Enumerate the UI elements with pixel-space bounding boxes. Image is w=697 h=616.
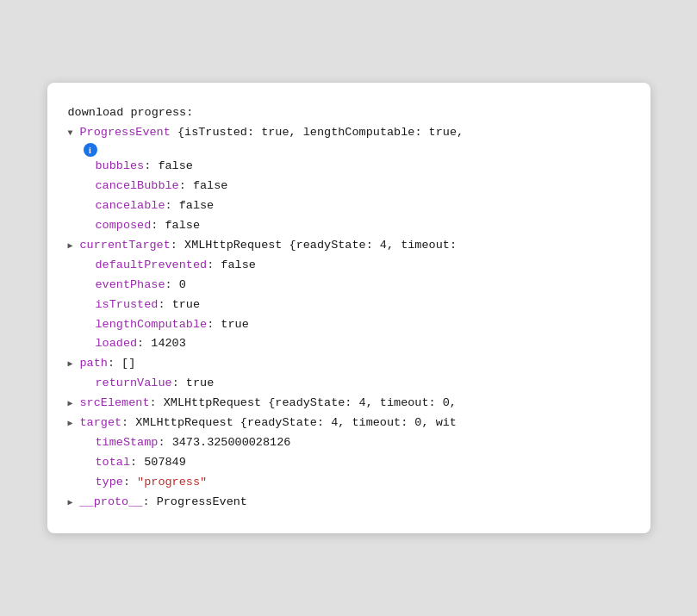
info-icon[interactable]: i [84,143,97,157]
prop-loaded: loaded : 14203 [68,334,630,354]
prop-key-srcElement: srcElement [80,394,150,414]
prop-key-currentTarget: currentTarget [80,236,171,256]
prop-val-loaded: 14203 [151,334,186,354]
prop-type: type : "progress" [68,473,630,493]
prop-key-composed: composed [96,216,152,236]
expand-icon[interactable] [68,126,80,140]
prop-isTrusted: isTrusted : true [68,296,630,315]
prop-colon-lengthComputable: : [207,315,221,335]
prop-val-currentTarget: XMLHttpRequest {readyState: 4, timeout: [184,236,457,256]
prop-val-eventPhase: 0 [179,276,186,296]
prop-colon-loaded: : [137,334,151,354]
prop-defaultPrevented: defaultPrevented : false [68,256,630,276]
header-row[interactable]: ProgressEvent {isTrusted: true, lengthCo… [68,123,630,143]
title-text: download progress: [68,103,194,123]
prop-val-returnValue: true [186,374,214,394]
prop-currentTarget[interactable]: currentTarget : XMLHttpRequest {readySta… [68,236,630,256]
prop-composed: composed : false [68,216,630,236]
prop-colon-srcElement: : [150,394,164,414]
title-line: download progress: [68,103,630,123]
header-space [171,123,177,143]
console-panel: download progress: ProgressEvent {isTrus… [47,83,650,533]
prop-colon-bubbles: : [144,157,158,177]
prop-colon-type: : [123,473,137,493]
prop-colon-returnValue: : [172,374,186,394]
prop-val-type: "progress" [137,473,207,493]
prop-colon-eventPhase: : [165,276,179,296]
target-expand-icon[interactable] [68,416,80,431]
header-label: ProgressEvent [80,123,171,143]
prop-val-srcElement: XMLHttpRequest {readyState: 4, timeout: … [164,394,457,414]
prop-key-timeStamp: timeStamp [96,433,159,453]
prop-key-total: total [96,453,131,473]
prop-key-proto: __proto__ [80,493,143,513]
prop-colon-target: : [121,414,135,433]
prop-colon-isTrusted: : [158,296,171,315]
srcElement-expand-icon[interactable] [68,396,80,411]
prop-colon-composed: : [151,216,165,236]
prop-target[interactable]: target : XMLHttpRequest {readyState: 4, … [68,414,630,433]
prop-colon-cancelBubble: : [179,177,193,196]
prop-total: total : 507849 [68,453,630,473]
prop-val-isTrusted: true [172,296,200,315]
prop-returnValue: returnValue : true [68,374,630,394]
prop-val-cancelable: false [179,196,215,216]
prop-colon-defaultPrevented: : [207,256,221,276]
prop-colon-cancelable: : [165,196,179,216]
prop-bubbles: bubbles : false [68,157,630,177]
prop-val-total: 507849 [144,453,186,473]
prop-colon-path: : [108,354,121,374]
prop-key-target: target [80,414,122,433]
prop-proto[interactable]: __proto__ : ProgressEvent [68,493,630,513]
prop-key-bubbles: bubbles [96,157,145,177]
prop-timeStamp: timeStamp : 3473.325000028126 [68,433,630,453]
prop-val-timeStamp: 3473.325000028126 [172,433,291,453]
prop-key-lengthComputable: lengthComputable [96,315,208,335]
path-expand-icon[interactable] [68,357,80,371]
prop-val-path: [] [121,354,135,374]
info-icon-row: i [68,143,630,157]
prop-cancelable: cancelable : false [68,196,630,216]
prop-colon-timeStamp: : [158,433,171,453]
prop-val-cancelBubble: false [193,177,228,196]
prop-key-isTrusted: isTrusted [96,296,159,315]
prop-key-cancelable: cancelable [96,196,165,216]
prop-srcElement[interactable]: srcElement : XMLHttpRequest {readyState:… [68,394,630,414]
prop-val-composed: false [165,216,201,236]
prop-eventPhase: eventPhase : 0 [68,276,630,296]
prop-val-bubbles: false [158,157,193,177]
prop-key-eventPhase: eventPhase [96,276,165,296]
prop-key-type: type [96,473,123,493]
prop-key-loaded: loaded [96,334,138,354]
prop-val-lengthComputable: true [221,315,248,335]
prop-lengthComputable: lengthComputable : true [68,315,630,335]
proto-expand-icon[interactable] [68,495,80,510]
prop-colon-currentTarget: : [171,236,184,256]
prop-key-returnValue: returnValue [96,374,172,394]
prop-val-proto: ProgressEvent [157,493,247,513]
currentTarget-expand-icon[interactable] [68,239,80,253]
prop-colon-proto: : [142,493,156,513]
prop-key-path: path [80,354,108,374]
prop-colon-total: : [130,453,144,473]
prop-path[interactable]: path : [] [68,354,630,374]
prop-key-cancelBubble: cancelBubble [96,177,179,196]
prop-key-defaultPrevented: defaultPrevented [96,256,208,276]
prop-cancelBubble: cancelBubble : false [68,177,630,196]
prop-val-defaultPrevented: false [221,256,256,276]
header-preview: {isTrusted: true, lengthComputable: true… [177,123,464,143]
prop-val-target: XMLHttpRequest {readyState: 4, timeout: … [135,414,457,433]
